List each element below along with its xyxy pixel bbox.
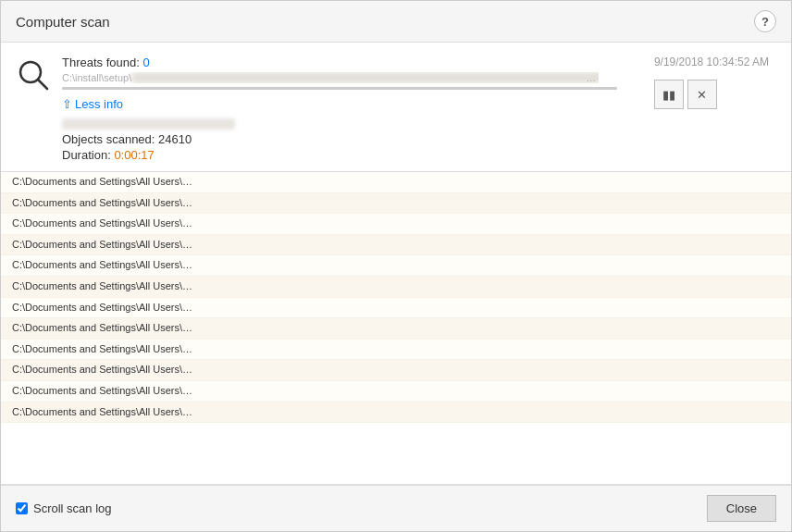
threats-count: 0	[142, 56, 149, 69]
window-title: Computer scan	[16, 14, 110, 30]
log-row: C:\Documents and Settings\All Users\████…	[1, 214, 791, 235]
log-row: C:\Documents and Settings\All Users\████…	[1, 255, 791, 277]
progress-fill	[62, 87, 617, 90]
extra-path: ████████████████████████	[62, 118, 654, 130]
pause-icon: ▮▮	[662, 88, 675, 102]
extra-info: ████████████████████████ Objects scanned…	[62, 118, 654, 162]
close-button[interactable]: Close	[707, 495, 776, 522]
help-button[interactable]: ?	[754, 10, 776, 32]
objects-count: 24610	[158, 132, 192, 146]
scan-details: Threats found: 0 C:\install\setup\██████…	[62, 56, 654, 162]
scroll-log-checkbox[interactable]	[16, 502, 28, 514]
scan-controls: 9/19/2018 10:34:52 AM ▮▮ ✕	[654, 56, 769, 109]
scroll-log-label[interactable]: Scroll scan log	[16, 501, 112, 515]
log-row: C:\Documents and Settings\All Users\████…	[1, 298, 791, 319]
scan-log[interactable]: C:\Documents and Settings\All Users\████…	[1, 171, 791, 485]
svg-line-1	[38, 80, 47, 89]
scanning-path: C:\install\setup\███████████████████████…	[62, 72, 599, 83]
scan-timestamp: 9/19/2018 10:34:52 AM	[654, 56, 769, 68]
main-content: Threats found: 0 C:\install\setup\██████…	[1, 43, 791, 531]
stop-icon: ✕	[697, 88, 707, 102]
pause-button[interactable]: ▮▮	[654, 80, 684, 109]
log-row: C:\Documents and Settings\All Users\████…	[1, 360, 791, 381]
controls-row: ▮▮ ✕	[654, 80, 717, 109]
log-row: C:\Documents and Settings\All Users\████…	[1, 172, 791, 193]
duration-value: 0:00:17	[114, 148, 154, 162]
log-row: C:\Documents and Settings\All Users\████…	[1, 235, 791, 256]
scan-header: Threats found: 0 C:\install\setup\██████…	[1, 43, 791, 171]
title-bar: Computer scan ?	[1, 1, 791, 43]
scan-info-left: Threats found: 0 C:\install\setup\██████…	[16, 56, 654, 162]
chevron-up-icon: ⇧	[62, 97, 72, 111]
log-row: C:\Documents and Settings\All Users\████…	[1, 340, 791, 361]
less-info-button[interactable]: ⇧ Less info	[62, 97, 123, 111]
computer-scan-window: Computer scan ? Threats found: 0	[0, 0, 792, 532]
threats-label: Threats found:	[62, 56, 140, 69]
log-row: C:\Documents and Settings\All Users\████…	[1, 402, 791, 424]
log-row: C:\Documents and Settings\All Users\████…	[1, 193, 791, 215]
footer: Scroll scan log Close	[1, 485, 791, 531]
threats-line: Threats found: 0	[62, 56, 654, 69]
stop-button[interactable]: ✕	[687, 80, 717, 109]
objects-scanned: Objects scanned: 24610	[62, 132, 654, 146]
log-row: C:\Documents and Settings\All Users\████…	[1, 381, 791, 402]
log-row: C:\Documents and Settings\All Users\████…	[1, 277, 791, 298]
log-row: C:\Documents and Settings\All Users\████…	[1, 318, 791, 340]
scan-icon	[16, 57, 51, 95]
duration: Duration: 0:00:17	[62, 148, 654, 162]
progress-bar	[62, 87, 617, 90]
